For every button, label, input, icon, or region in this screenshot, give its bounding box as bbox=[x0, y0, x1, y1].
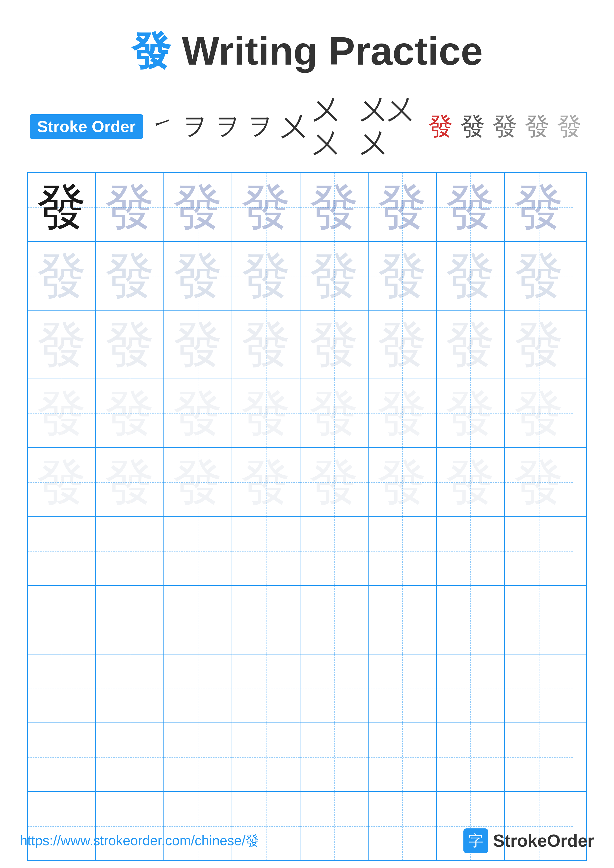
char-l1: 發 bbox=[378, 182, 427, 232]
grid-row-5: 發 發 發 發 發 發 發 發 bbox=[28, 448, 586, 517]
grid-cell-7-1[interactable] bbox=[28, 586, 96, 654]
char-l4: 發 bbox=[173, 389, 223, 438]
grid-cell-4-6: 發 bbox=[368, 379, 437, 447]
grid-row-2: 發 發 發 發 發 發 發 發 bbox=[28, 242, 586, 310]
grid-cell-6-5[interactable] bbox=[300, 517, 368, 585]
char-l4: 發 bbox=[309, 457, 359, 507]
grid-cell-6-1[interactable] bbox=[28, 517, 96, 585]
char-l3: 發 bbox=[241, 320, 291, 369]
grid-cell-2-1: 發 bbox=[28, 242, 96, 310]
char-l4: 發 bbox=[37, 389, 86, 438]
brand-char: 字 bbox=[468, 831, 483, 851]
grid-cell-1-4: 發 bbox=[232, 173, 300, 241]
char-l4: 發 bbox=[105, 457, 155, 507]
grid-cell-9-4[interactable] bbox=[232, 723, 300, 791]
grid-row-7 bbox=[28, 586, 586, 654]
grid-row-9 bbox=[28, 723, 586, 792]
grid-cell-9-3[interactable] bbox=[164, 723, 232, 791]
grid-cell-1-8: 發 bbox=[505, 173, 573, 241]
char-l2: 發 bbox=[378, 251, 427, 301]
grid-cell-3-5: 發 bbox=[300, 310, 368, 378]
stroke-10: 發 bbox=[493, 110, 520, 143]
grid-cell-8-8[interactable] bbox=[505, 654, 573, 722]
grid-cell-6-8[interactable] bbox=[505, 517, 573, 585]
brand-icon: 字 bbox=[463, 828, 488, 853]
grid-cell-3-6: 發 bbox=[368, 310, 437, 378]
title-text: Writing Practice bbox=[182, 29, 483, 73]
char-l4: 發 bbox=[241, 389, 291, 438]
grid-cell-8-6[interactable] bbox=[368, 654, 437, 722]
stroke-12: 發 bbox=[557, 110, 584, 143]
grid-cell-8-3[interactable] bbox=[164, 654, 232, 722]
grid-cell-2-5: 發 bbox=[300, 242, 368, 310]
grid-cell-3-1: 發 bbox=[28, 310, 96, 378]
char-l1: 發 bbox=[241, 182, 291, 232]
grid-cell-4-7: 發 bbox=[437, 379, 505, 447]
char-l4: 發 bbox=[378, 457, 427, 507]
grid-cell-7-2[interactable] bbox=[96, 586, 164, 654]
stroke-4: ヲ bbox=[248, 110, 276, 143]
grid-cell-9-5[interactable] bbox=[300, 723, 368, 791]
grid-row-6 bbox=[28, 517, 586, 586]
grid-cell-2-7: 發 bbox=[437, 242, 505, 310]
grid-cell-8-7[interactable] bbox=[437, 654, 505, 722]
brand-name: StrokeOrder bbox=[493, 831, 594, 851]
grid-cell-8-1[interactable] bbox=[28, 654, 96, 722]
char-l3: 發 bbox=[446, 320, 495, 369]
char-l4: 發 bbox=[241, 457, 291, 507]
grid-row-4: 發 發 發 發 發 發 發 發 bbox=[28, 379, 586, 448]
char-l3: 發 bbox=[309, 320, 359, 369]
grid-cell-4-3: 發 bbox=[164, 379, 232, 447]
char-l2: 發 bbox=[446, 251, 495, 301]
char-l3: 發 bbox=[37, 320, 86, 369]
stroke-6: 㐅㐅 bbox=[313, 93, 355, 160]
char-l3: 發 bbox=[378, 320, 427, 369]
grid-cell-4-5: 發 bbox=[300, 379, 368, 447]
grid-cell-1-7: 發 bbox=[437, 173, 505, 241]
grid-cell-7-4[interactable] bbox=[232, 586, 300, 654]
char-dark: 發 bbox=[37, 182, 86, 232]
grid-cell-1-5: 發 bbox=[300, 173, 368, 241]
grid-cell-7-3[interactable] bbox=[164, 586, 232, 654]
grid-cell-1-3: 發 bbox=[164, 173, 232, 241]
grid-cell-3-3: 發 bbox=[164, 310, 232, 378]
grid-cell-6-6[interactable] bbox=[368, 517, 437, 585]
stroke-3: ヲ bbox=[215, 110, 243, 143]
grid-cell-5-2: 發 bbox=[96, 448, 164, 516]
grid-cell-5-3: 發 bbox=[164, 448, 232, 516]
grid-cell-8-4[interactable] bbox=[232, 654, 300, 722]
grid-cell-6-7[interactable] bbox=[437, 517, 505, 585]
char-l3: 發 bbox=[173, 320, 223, 369]
char-l2: 發 bbox=[241, 251, 291, 301]
char-l4: 發 bbox=[446, 389, 495, 438]
char-l4: 發 bbox=[378, 389, 427, 438]
grid-row-8 bbox=[28, 654, 586, 723]
grid-cell-6-3[interactable] bbox=[164, 517, 232, 585]
grid-cell-7-8[interactable] bbox=[505, 586, 573, 654]
stroke-5: 㐅 bbox=[281, 110, 308, 143]
grid-cell-9-1[interactable] bbox=[28, 723, 96, 791]
grid-cell-6-4[interactable] bbox=[232, 517, 300, 585]
grid-cell-3-7: 發 bbox=[437, 310, 505, 378]
grid-cell-7-7[interactable] bbox=[437, 586, 505, 654]
grid-cell-7-5[interactable] bbox=[300, 586, 368, 654]
char-l1: 發 bbox=[173, 182, 223, 232]
grid-cell-8-5[interactable] bbox=[300, 654, 368, 722]
grid-cell-9-7[interactable] bbox=[437, 723, 505, 791]
practice-grid: 發 發 發 發 發 發 發 發 bbox=[27, 172, 587, 861]
char-l3: 發 bbox=[105, 320, 155, 369]
grid-cell-2-6: 發 bbox=[368, 242, 437, 310]
grid-cell-2-8: 發 bbox=[505, 242, 573, 310]
grid-cell-1-1: 發 bbox=[28, 173, 96, 241]
grid-cell-9-2[interactable] bbox=[96, 723, 164, 791]
grid-cell-3-4: 發 bbox=[232, 310, 300, 378]
char-l2: 發 bbox=[173, 251, 223, 301]
grid-cell-8-2[interactable] bbox=[96, 654, 164, 722]
grid-cell-9-6[interactable] bbox=[368, 723, 437, 791]
grid-cell-7-6[interactable] bbox=[368, 586, 437, 654]
grid-cell-9-8[interactable] bbox=[505, 723, 573, 791]
grid-cell-4-2: 發 bbox=[96, 379, 164, 447]
grid-cell-3-8: 發 bbox=[505, 310, 573, 378]
grid-cell-6-2[interactable] bbox=[96, 517, 164, 585]
footer: https://www.strokeorder.com/chinese/發 字 … bbox=[20, 828, 594, 853]
